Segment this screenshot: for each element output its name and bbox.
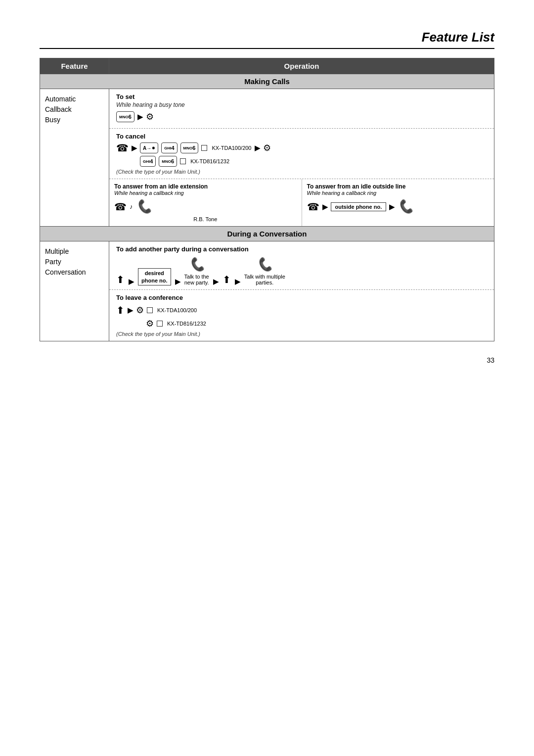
to-cancel-row-2: GHI4 MNO6 KX-TD816/1232 (140, 156, 487, 167)
gear-icon-leave-2: ⚙ (146, 318, 154, 329)
check-note-leave: (Check the type of your Main Unit.) (116, 331, 487, 337)
model-tda-label: KX-TDA100/200 (212, 145, 251, 151)
talk-multiple-note: Talk with multipleparties. (244, 274, 285, 285)
gear-icon-leave: ⚙ (136, 305, 144, 316)
op-add-party: To add another party during a conversati… (109, 241, 494, 290)
transfer-icon-2: ⬆ (222, 274, 231, 285)
op-leave-conference: To leave a conference ⬆ ▶ ⚙ KX-TDA100/20… (109, 290, 494, 341)
row-automatic-callback-busy: Automatic Callback Busy To set While hea… (40, 89, 494, 227)
transfer-icon-3: ⬆ (116, 304, 125, 316)
to-cancel-label: To cancel (116, 133, 487, 140)
outside-phone-btn[interactable]: outside phone no. (331, 202, 387, 211)
leave-row-2: ⚙ KX-TD816/1232 (146, 318, 487, 329)
handset-icon-ext: ☎ (114, 201, 127, 213)
talk-new-note: Talk to thenew party. (184, 274, 209, 285)
checkbox-tda-leave (147, 307, 153, 313)
operation-cell-multiple-party: To add another party during a conversati… (109, 241, 494, 341)
key-ghi4-2: GHI4 (140, 156, 156, 167)
transfer-icon-1: ⬆ (116, 274, 125, 285)
outside-label: To answer from an idle outside line (307, 183, 490, 190)
op-to-set: To set While hearing a busy tone MNO6 ▶ … (109, 89, 494, 129)
arrow-outside-2: ▶ (389, 203, 395, 211)
gear-icon-2: ⚙ (263, 142, 271, 153)
arrow-1: ▶ (137, 113, 143, 121)
row-multiple-party: Multiple Party Conversation To add anoth… (40, 241, 494, 341)
arrow-add-1: ▶ (129, 278, 134, 285)
arrow-add-3: ▶ (213, 278, 219, 285)
key-astar: A→⁕ (140, 142, 158, 153)
idle-ext-label: To answer from an idle extension (114, 183, 297, 190)
feature-name-callback: Automatic Callback Busy (40, 89, 109, 227)
speaker-icon-outside: 📞 (398, 199, 413, 214)
checkbox-tda (201, 145, 207, 151)
section-making-calls: Making Calls (40, 74, 494, 89)
gear-icon: ⚙ (146, 111, 154, 122)
checkbox-td816-leave (157, 321, 163, 327)
op-to-cancel: To cancel ☎ ▶ A→⁕ GHI4 MNO6 KX-TDA100/20… (109, 129, 494, 179)
key-ghi4: GHI4 (161, 142, 177, 153)
idle-ext-sub: While hearing a callback ring (114, 190, 297, 196)
idle-ext-row: ☎ ♪ 📞 (114, 199, 297, 214)
answer-col-outside: To answer from an idle outside line Whil… (302, 179, 494, 226)
arrow-2: ▶ (132, 144, 137, 152)
add-party-label: To add another party during a conversati… (116, 245, 487, 253)
music-note-icon: ♪ (130, 203, 133, 210)
leave-conference-label: To leave a conference (116, 294, 487, 301)
to-set-row: MNO6 ▶ ⚙ (116, 111, 487, 122)
rb-tone-note: R.B. Tone (114, 216, 297, 222)
speaker-add-1: 📞 (189, 257, 205, 272)
answer-col-idle-ext: To answer from an idle extension While h… (109, 179, 302, 226)
outside-row: ☎ ▶ outside phone no. ▶ 📞 (307, 199, 490, 214)
arrow-3: ▶ (255, 144, 260, 152)
model-td816-leave: KX-TD816/1232 (167, 321, 206, 327)
model-td816-label: KX-TD816/1232 (190, 158, 229, 164)
answer-cols: To answer from an idle extension While h… (109, 179, 494, 226)
feature-name-multiple-party: Multiple Party Conversation (40, 241, 109, 341)
section-during-conversation: During a Conversation (40, 227, 494, 241)
col-header-feature: Feature (40, 58, 109, 74)
to-cancel-row-1: ☎ ▶ A→⁕ GHI4 MNO6 KX-TDA100/200 ▶ ⚙ (116, 142, 487, 154)
to-set-sub: While hearing a busy tone (116, 101, 487, 108)
col-header-operation: Operation (109, 58, 494, 74)
to-set-label: To set (116, 93, 487, 100)
speaker-icon-ext: 📞 (136, 199, 152, 214)
arrow-leave-1: ▶ (128, 306, 133, 314)
page-number: 33 (40, 356, 494, 364)
arrow-add-2: ▶ (175, 278, 180, 285)
handset-icon-outside: ☎ (307, 201, 319, 213)
op-to-answer: To answer from an idle extension While h… (109, 179, 494, 226)
outside-sub: While hearing a callback ring (307, 190, 490, 196)
handset-icon-1: ☎ (116, 142, 129, 154)
arrow-outside: ▶ (322, 203, 328, 211)
key-mno6: MNO6 (116, 111, 134, 122)
desired-phone-btn[interactable]: desiredphone no. (138, 268, 171, 285)
key-mno6-2: MNO6 (159, 156, 177, 167)
key-mno6-cancel: MNO6 (180, 142, 199, 153)
page-title: Feature List (40, 30, 494, 49)
speaker-add-2: 📞 (257, 257, 272, 272)
operation-cell-callback: To set While hearing a busy tone MNO6 ▶ … (109, 89, 494, 227)
feature-table: Feature Operation Making Calls Automatic… (40, 58, 494, 341)
check-note-cancel: (Check the type of your Main Unit.) (116, 169, 487, 175)
model-tda-leave: KX-TDA100/200 (157, 307, 197, 313)
arrow-add-4: ▶ (235, 278, 240, 285)
leave-row-1: ⬆ ▶ ⚙ KX-TDA100/200 (116, 304, 487, 316)
checkbox-td816 (180, 158, 186, 164)
